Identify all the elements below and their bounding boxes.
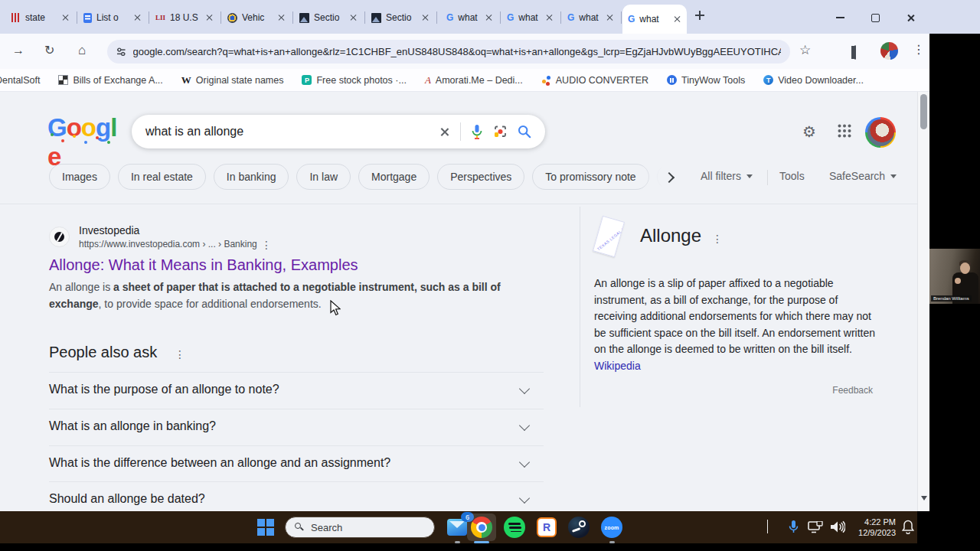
rakuten-app-button[interactable]: R — [537, 517, 558, 538]
start-button[interactable] — [257, 519, 274, 536]
tab-section-1[interactable]: Sectio — [294, 6, 363, 29]
tab-what-active[interactable]: G what — [622, 5, 687, 34]
tab-close-icon[interactable] — [350, 14, 358, 21]
result-options-icon[interactable]: ⋮ — [261, 240, 272, 250]
tab-vehicle[interactable]: Vehic — [222, 6, 291, 29]
chevron-down-icon[interactable] — [519, 383, 530, 394]
tab-close-icon[interactable] — [422, 14, 430, 21]
paa-options-icon[interactable]: ⋮ — [175, 349, 185, 360]
bookmark-tinywow-tools[interactable]: TinyWow Tools — [667, 75, 745, 86]
chip-perspectives[interactable]: Perspectives — [437, 164, 524, 190]
forward-button[interactable]: → — [12, 44, 24, 57]
volume-tray-icon[interactable] — [830, 520, 845, 533]
feedback-link[interactable]: Feedback — [594, 385, 873, 396]
search-submit-icon[interactable] — [518, 125, 531, 139]
clear-query-icon[interactable] — [439, 127, 449, 137]
home-button[interactable]: ⌂ — [78, 44, 86, 57]
result-breadcrumb[interactable]: https://www.investopedia.com › ... › Ban… — [79, 239, 257, 249]
chrome-app-button[interactable] — [471, 517, 492, 538]
result-title-link[interactable]: Allonge: What it Means in Banking, Examp… — [49, 256, 358, 274]
google-lens-icon[interactable] — [493, 125, 507, 139]
wikipedia-source-link[interactable]: Wikipedia — [594, 358, 641, 375]
scrollbar-down-arrow-icon[interactable] — [921, 496, 927, 500]
tab-close-icon[interactable] — [62, 14, 70, 21]
side-panel-button[interactable] — [854, 46, 856, 60]
voice-search-icon[interactable] — [472, 125, 482, 139]
zoom-app-button[interactable]: zoom — [601, 517, 622, 538]
chip-in-banking[interactable]: In banking — [214, 164, 289, 190]
knowledge-panel-thumbnail[interactable]: TEXAS LEGAL FORMS — [593, 217, 626, 258]
steam-app-button[interactable] — [568, 517, 590, 538]
chip-images[interactable]: Images — [49, 164, 110, 190]
search-box[interactable]: what is an allonge — [132, 115, 545, 148]
tab-close-icon[interactable] — [278, 14, 286, 21]
tools-button[interactable]: Tools — [779, 170, 805, 182]
bookmark-amorati[interactable]: AAmorati.Me – Dedi... — [425, 74, 523, 86]
tab-section-2[interactable]: Sectio — [366, 6, 435, 29]
address-bar[interactable]: google.com/search?q=what+is+an+allonge&r… — [107, 40, 790, 64]
knowledge-panel-options-icon[interactable]: ⋮ — [712, 233, 723, 244]
window-minimize-button[interactable] — [828, 11, 851, 24]
chevron-down-icon[interactable] — [519, 493, 530, 504]
tray-hidden-icons-button[interactable] — [767, 520, 768, 534]
bookmark-star-icon[interactable]: ☆ — [799, 44, 811, 57]
tab-close-icon[interactable] — [206, 14, 214, 21]
site-settings-icon[interactable] — [116, 47, 126, 57]
chip-mortgage[interactable]: Mortgage — [358, 164, 430, 190]
tab-what-2[interactable]: G what — [501, 6, 559, 29]
google-apps-grid-icon[interactable] — [838, 124, 851, 138]
window-close-button[interactable] — [899, 11, 922, 24]
bookmark-video-downloader[interactable]: TVideo Downloader... — [763, 75, 864, 86]
reload-button[interactable]: ↻ — [44, 44, 54, 57]
search-input[interactable]: what is an allonge — [145, 125, 439, 139]
settings-gear-icon[interactable]: ⚙ — [802, 122, 816, 141]
profile-avatar[interactable] — [880, 42, 898, 60]
browser-menu-button[interactable]: ⋮ — [913, 44, 925, 56]
chips-scroll-right-button[interactable] — [660, 168, 678, 187]
tab-close-icon[interactable] — [134, 14, 142, 21]
zoom-icon: zoom — [601, 517, 622, 538]
paa-question-4[interactable]: Should an allonge be dated? — [49, 492, 205, 506]
scrollbar-thumb[interactable] — [920, 94, 927, 129]
taskbar-clock[interactable]: 4:22 PM 12/9/2023 — [848, 517, 896, 538]
bookmark-free-stock-photos[interactable]: PFree stock photos ·... — [302, 75, 406, 86]
tab-list[interactable]: List o — [78, 6, 147, 29]
chip-to-promissory-note[interactable]: To promissory note — [532, 164, 648, 190]
taskbar-search-box[interactable]: Search — [285, 517, 435, 538]
network-display-tray-icon[interactable] — [808, 521, 823, 533]
google-account-avatar[interactable] — [865, 117, 896, 148]
paa-question-1[interactable]: What is the purpose of an allonge to not… — [49, 383, 279, 396]
tab-close-icon[interactable] — [546, 14, 554, 21]
search-results-page: Google what is an allonge — [0, 92, 929, 511]
paa-question-3[interactable]: What is the difference between an allong… — [49, 456, 390, 470]
safesearch-button[interactable]: SafeSearch — [829, 170, 897, 182]
tab-close-icon[interactable] — [674, 15, 681, 23]
chip-in-real-estate[interactable]: In real estate — [118, 164, 206, 190]
bookmark-original-state-names[interactable]: WOriginal state names — [181, 74, 284, 86]
microphone-tray-icon[interactable] — [789, 520, 799, 534]
tab-close-icon[interactable] — [606, 14, 614, 21]
chip-in-law[interactable]: In law — [296, 164, 351, 190]
tab-what-1[interactable]: G what — [441, 6, 498, 29]
bookmark-dentalsoft[interactable]: DentalSoft — [0, 75, 40, 86]
result-site-name[interactable]: Investopedia — [79, 224, 139, 236]
bookmark-bills-of-exchange[interactable]: Bills of Exchange A... — [58, 75, 162, 86]
url-text[interactable]: google.com/search?q=what+is+an+allonge&r… — [133, 46, 782, 57]
chevron-down-icon[interactable] — [519, 420, 530, 431]
tab-state[interactable]: state — [6, 6, 75, 29]
google-doodle-logo[interactable]: Google — [47, 113, 118, 148]
tab-18usc[interactable]: LII 18 U.S — [150, 6, 219, 29]
notifications-bell-icon[interactable] — [902, 520, 914, 534]
all-filters-button[interactable]: All filters — [701, 170, 753, 182]
spotify-app-button[interactable] — [504, 517, 525, 538]
tab-label: what — [518, 12, 541, 23]
window-maximize-button[interactable] — [864, 11, 887, 24]
tab-what-3[interactable]: G what — [562, 6, 619, 29]
paa-question-2[interactable]: What is an allonge in banking? — [49, 419, 216, 433]
scrollbar[interactable] — [917, 92, 929, 511]
divider — [49, 409, 544, 409]
chevron-down-icon[interactable] — [519, 457, 530, 468]
tab-close-icon[interactable] — [485, 14, 493, 21]
bookmark-audio-converter[interactable]: AUDIO CONVERTER — [541, 75, 648, 86]
mail-app-button[interactable]: 6 — [447, 517, 469, 538]
